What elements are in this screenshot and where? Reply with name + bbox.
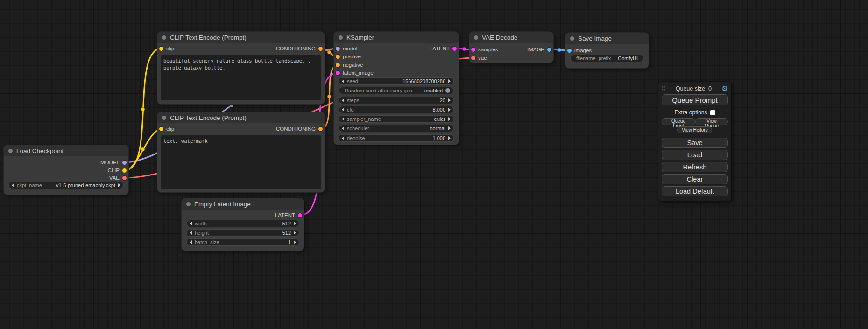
node-vae-decode[interactable]: VAE Decode samples vae IMAGE (469, 32, 553, 63)
node-title-bar[interactable]: VAE Decode (469, 32, 553, 43)
decrement-arrow-icon[interactable] (342, 126, 344, 130)
ckpt-name-widget[interactable]: ckpt_name v1-5-pruned-emaonly.ckpt (8, 182, 124, 189)
conditioning-output-port[interactable] (318, 47, 323, 51)
latent-output-port[interactable] (452, 47, 457, 51)
random-seed-toggle-widget[interactable]: Random seed after every gen enabled (339, 87, 454, 94)
drag-handle-icon[interactable]: ⣿ (662, 86, 665, 91)
model-input-port[interactable] (336, 47, 340, 51)
increment-arrow-icon[interactable] (448, 108, 451, 112)
node-graph-canvas[interactable]: Load Checkpoint MODEL CLIP VAE ckpt_name… (0, 0, 868, 329)
steps-widget[interactable]: steps 20 (339, 97, 454, 104)
clear-button[interactable]: Clear (662, 174, 728, 184)
settings-gear-icon[interactable]: ⚙ (722, 85, 728, 92)
collapse-dot-icon[interactable] (474, 35, 478, 40)
view-history-button[interactable]: View History (677, 126, 712, 133)
increment-arrow-icon[interactable] (448, 136, 451, 140)
sampler-name-widget[interactable]: sampler_name euler (339, 115, 454, 123)
decrement-arrow-icon[interactable] (190, 231, 192, 235)
node-title-bar[interactable]: CLIP Text Encode (Prompt) (157, 32, 325, 43)
node-clip-text-encode-negative[interactable]: CLIP Text Encode (Prompt) clip CONDITION… (157, 112, 325, 192)
increment-arrow-icon[interactable] (448, 98, 451, 102)
collapse-dot-icon[interactable] (186, 202, 191, 206)
collapse-dot-icon[interactable] (8, 149, 13, 153)
clip-input-port[interactable] (159, 127, 163, 131)
vae-input-port[interactable] (471, 56, 475, 60)
widget-value: 156680208700286 (402, 78, 445, 84)
load-default-button[interactable]: Load Default (662, 186, 728, 196)
latent-output-port[interactable] (298, 213, 302, 217)
increment-arrow-icon[interactable] (294, 231, 296, 235)
decrement-arrow-icon[interactable] (190, 240, 192, 244)
node-save-image[interactable]: Save Image images filename_prefix ComfyU… (565, 33, 649, 68)
decrement-arrow-icon[interactable] (342, 79, 344, 83)
input-slot-model: model (336, 45, 357, 52)
width-widget[interactable]: width 512 (186, 220, 299, 227)
extra-options-row: Extra options (662, 109, 728, 116)
batch-size-widget[interactable]: batch_size 1 (186, 238, 299, 246)
scheduler-widget[interactable]: scheduler normal (339, 125, 454, 132)
decrement-arrow-icon[interactable] (342, 136, 344, 140)
conditioning-output-port[interactable] (318, 127, 323, 131)
samples-input-port[interactable] (471, 48, 475, 52)
clip-output-port[interactable] (122, 168, 127, 173)
prompt-textarea[interactable]: text, watermark (161, 135, 321, 189)
decrement-arrow-icon[interactable] (12, 183, 14, 187)
toggle-dot-icon[interactable] (445, 88, 450, 93)
link-midpoint-dot (462, 47, 466, 51)
extra-options-checkbox[interactable] (710, 110, 715, 115)
image-output-port[interactable] (547, 48, 551, 52)
clip-input-port[interactable] (159, 47, 163, 51)
positive-input-port[interactable] (336, 55, 340, 59)
widget-value: 20 (440, 98, 445, 103)
load-button[interactable]: Load (662, 150, 728, 160)
node-title-bar[interactable]: Load Checkpoint (4, 145, 128, 156)
queue-front-button[interactable]: Queue Front (662, 118, 695, 125)
decrement-arrow-icon[interactable] (342, 108, 344, 112)
node-title-bar[interactable]: CLIP Text Encode (Prompt) (157, 112, 325, 123)
node-load-checkpoint[interactable]: Load Checkpoint MODEL CLIP VAE ckpt_name… (4, 145, 128, 195)
node-title-bar[interactable]: Empty Latent Image (182, 198, 304, 210)
refresh-button[interactable]: Refresh (662, 162, 728, 172)
widget-name: Random seed after every gen (345, 88, 412, 93)
node-title: Load Checkpoint (16, 147, 64, 154)
vae-output-port[interactable] (122, 176, 127, 180)
node-clip-text-encode-positive[interactable]: CLIP Text Encode (Prompt) clip CONDITION… (157, 32, 325, 104)
save-button[interactable]: Save (662, 138, 728, 148)
node-title-bar[interactable]: Save Image (565, 33, 649, 44)
increment-arrow-icon[interactable] (448, 126, 451, 130)
decrement-arrow-icon[interactable] (190, 222, 192, 225)
queue-prompt-button[interactable]: Queue Prompt (662, 94, 728, 105)
collapse-dot-icon[interactable] (162, 116, 166, 120)
output-slot-conditioning: CONDITIONING (276, 45, 323, 52)
collapse-dot-icon[interactable] (339, 35, 343, 40)
height-widget[interactable]: height 512 (186, 229, 299, 237)
images-input-port[interactable] (567, 49, 572, 53)
view-queue-button[interactable]: View Queue (695, 118, 728, 125)
node-title-bar[interactable]: KSampler (334, 32, 459, 43)
model-output-port[interactable] (122, 161, 127, 165)
widget-value: 1 (288, 239, 291, 245)
output-slot-latent: LATENT (430, 45, 457, 52)
widget-value: 512 (282, 230, 291, 236)
widget-name: sampler_name (347, 116, 381, 122)
denoise-widget[interactable]: denoise 1.000 (339, 134, 454, 142)
increment-arrow-icon[interactable] (448, 117, 451, 121)
node-title: Save Image (578, 35, 612, 42)
latent-image-input-port[interactable] (336, 71, 340, 75)
increment-arrow-icon[interactable] (294, 222, 296, 225)
node-empty-latent-image[interactable]: Empty Latent Image LATENT width 512 heig… (182, 198, 304, 251)
increment-arrow-icon[interactable] (448, 79, 451, 83)
collapse-dot-icon[interactable] (570, 36, 574, 41)
increment-arrow-icon[interactable] (118, 183, 120, 187)
decrement-arrow-icon[interactable] (342, 117, 344, 121)
decrement-arrow-icon[interactable] (342, 98, 344, 102)
prompt-textarea[interactable]: beautiful scenery nature glass bottle la… (161, 55, 321, 100)
filename-prefix-widget[interactable]: filename_prefix ComfyUI (570, 55, 644, 62)
collapse-dot-icon[interactable] (162, 35, 166, 40)
node-ksampler[interactable]: KSampler model positive negative latent_… (334, 32, 459, 145)
seed-widget[interactable]: seed 156680208700286 (339, 77, 454, 85)
widget-name: scheduler (347, 126, 369, 131)
cfg-widget[interactable]: cfg 8.000 (339, 106, 454, 113)
negative-input-port[interactable] (336, 63, 340, 67)
increment-arrow-icon[interactable] (294, 240, 296, 244)
